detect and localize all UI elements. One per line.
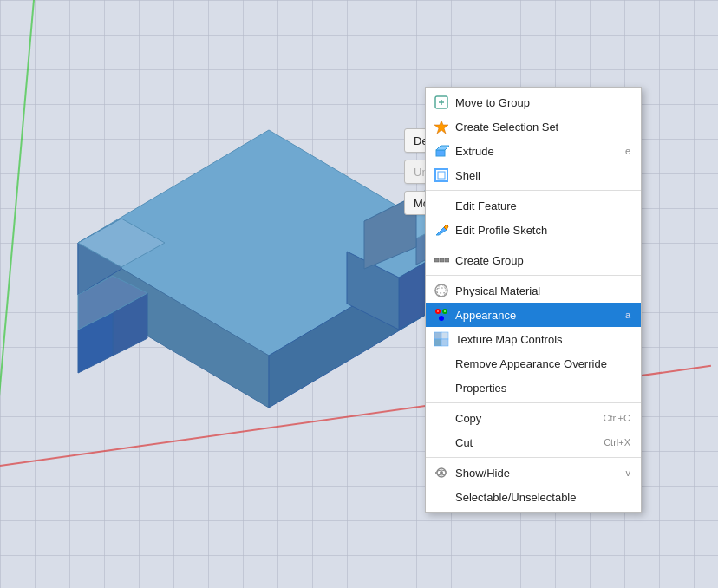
texture-map-controls-icon xyxy=(433,330,450,348)
appearance-label: Appearance xyxy=(455,309,618,322)
context-menu: Move to GroupCreate Selection SetExtrude… xyxy=(425,87,642,513)
move-to-group-label: Move to Group xyxy=(455,96,630,109)
show-hide-label: Show/Hide xyxy=(455,467,619,480)
menu-item-show-hide[interactable]: Show/Hidev xyxy=(426,461,641,485)
svg-point-27 xyxy=(444,310,446,312)
show-hide-icon xyxy=(433,464,450,481)
remove-appearance-override-label: Remove Appearance Override xyxy=(455,357,630,370)
show-hide-shortcut: v xyxy=(626,467,631,478)
menu-item-extrude[interactable]: Extrudee xyxy=(426,139,641,163)
svg-rect-16 xyxy=(435,169,447,181)
edit-profile-sketch-icon xyxy=(433,221,450,238)
svg-rect-17 xyxy=(438,172,445,179)
menu-item-properties[interactable]: Properties xyxy=(426,376,641,400)
cut-icon xyxy=(433,434,450,451)
selectable-unselectable-icon xyxy=(433,488,450,506)
create-selection-set-icon xyxy=(433,118,450,135)
svg-rect-30 xyxy=(434,339,441,346)
separator-4 xyxy=(426,190,641,191)
separator-7 xyxy=(426,275,641,276)
extrude-label: Extrude xyxy=(455,145,618,158)
svg-rect-20 xyxy=(445,258,449,262)
physical-material-icon xyxy=(433,282,450,299)
move-to-group-icon xyxy=(433,94,450,111)
extrude-shortcut: e xyxy=(625,146,630,156)
menu-item-remove-appearance-override[interactable]: Remove Appearance Override xyxy=(426,351,641,376)
edit-feature-label: Edit Feature xyxy=(455,199,630,212)
menu-item-cut[interactable]: CutCtrl+X xyxy=(426,430,641,454)
svg-rect-31 xyxy=(441,339,448,346)
copy-icon xyxy=(433,409,450,427)
create-group-label: Create Group xyxy=(455,254,630,267)
texture-map-controls-label: Texture Map Controls xyxy=(455,333,630,346)
separator-14 xyxy=(426,457,641,458)
copy-shortcut: Ctrl+C xyxy=(604,413,630,423)
svg-rect-18 xyxy=(434,258,439,262)
menu-item-physical-material[interactable]: Physical Material xyxy=(426,278,641,303)
menu-item-move-to-group[interactable]: Move to Group xyxy=(426,90,641,114)
remove-appearance-override-icon xyxy=(433,355,450,372)
menu-item-texture-map-controls[interactable]: Texture Map Controls xyxy=(426,327,641,351)
properties-icon xyxy=(433,379,450,396)
menu-item-shell[interactable]: Shell xyxy=(426,163,641,187)
svg-point-26 xyxy=(437,310,439,312)
svg-rect-15 xyxy=(436,150,445,156)
svg-point-33 xyxy=(440,471,443,474)
menu-item-create-group[interactable]: Create Group xyxy=(426,248,641,272)
cut-shortcut: Ctrl+X xyxy=(604,437,630,448)
cut-label: Cut xyxy=(455,436,597,449)
svg-point-25 xyxy=(439,316,444,321)
shell-label: Shell xyxy=(455,169,630,182)
copy-label: Copy xyxy=(455,412,597,425)
shell-icon xyxy=(433,167,450,184)
separator-12 xyxy=(426,402,641,403)
svg-rect-19 xyxy=(440,258,444,262)
create-selection-set-label: Create Selection Set xyxy=(455,121,630,134)
menu-item-selectable-unselectable[interactable]: Selectable/Unselectable xyxy=(426,485,641,509)
separator-6 xyxy=(426,245,641,245)
create-group-icon xyxy=(433,252,450,269)
svg-rect-28 xyxy=(434,332,441,339)
svg-rect-29 xyxy=(441,332,448,339)
extrude-icon xyxy=(433,142,450,160)
menu-item-create-selection-set[interactable]: Create Selection Set xyxy=(426,114,641,139)
appearance-icon xyxy=(433,306,450,323)
svg-marker-14 xyxy=(434,121,448,134)
menu-item-edit-profile-sketch[interactable]: Edit Profile Sketch xyxy=(426,218,641,242)
appearance-shortcut: a xyxy=(625,310,630,320)
selectable-unselectable-label: Selectable/Unselectable xyxy=(455,491,630,504)
menu-item-appearance[interactable]: Appearancea xyxy=(426,303,641,327)
properties-label: Properties xyxy=(455,382,630,395)
menu-item-edit-feature[interactable]: Edit Feature xyxy=(426,193,641,218)
physical-material-label: Physical Material xyxy=(455,284,630,297)
menu-item-copy[interactable]: CopyCtrl+C xyxy=(426,406,641,430)
edit-feature-icon xyxy=(433,197,450,214)
edit-profile-sketch-label: Edit Profile Sketch xyxy=(455,224,630,237)
